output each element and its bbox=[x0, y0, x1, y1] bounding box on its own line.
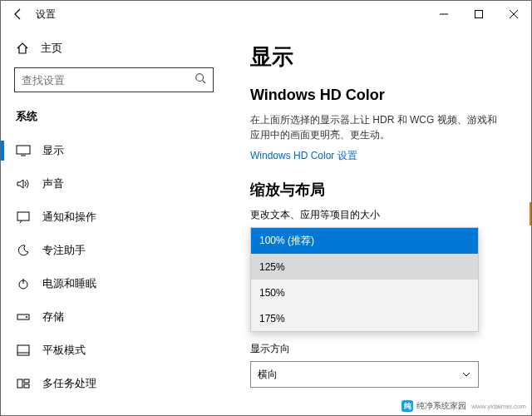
watermark-text: 纯净系统家园 bbox=[416, 400, 466, 412]
notification-icon bbox=[16, 211, 31, 223]
nav-focus-assist[interactable]: 专注助手 bbox=[14, 234, 225, 267]
watermark: 纯 纯净系统家园 www.yidaimei.com bbox=[401, 400, 526, 412]
nav-label: 电源和睡眠 bbox=[42, 276, 96, 291]
storage-icon bbox=[16, 312, 31, 322]
sound-icon bbox=[16, 178, 31, 190]
home-label: 主页 bbox=[41, 41, 62, 56]
hd-color-heading: Windows HD Color bbox=[250, 87, 506, 104]
chevron-down-icon bbox=[461, 369, 471, 379]
svg-point-12 bbox=[26, 316, 27, 318]
scale-layout-heading: 缩放与布局 bbox=[250, 180, 506, 200]
moon-icon bbox=[16, 245, 31, 256]
section-label: 系统 bbox=[14, 106, 225, 134]
nav-label: 存储 bbox=[42, 310, 64, 324]
window-title: 设置 bbox=[36, 7, 56, 22]
page-title: 显示 bbox=[250, 42, 506, 72]
search-input[interactable] bbox=[22, 74, 171, 87]
svg-line-5 bbox=[203, 81, 206, 84]
nav-sound[interactable]: 声音 bbox=[14, 167, 225, 201]
orientation-value: 横向 bbox=[258, 368, 278, 382]
multitask-icon bbox=[16, 379, 31, 389]
minimize-button[interactable] bbox=[426, 1, 461, 27]
nav-multitasking[interactable]: 多任务处理 bbox=[14, 367, 225, 400]
home-icon bbox=[16, 42, 29, 55]
nav-label: 专注助手 bbox=[42, 243, 86, 258]
svg-rect-17 bbox=[24, 384, 29, 388]
search-icon bbox=[195, 72, 206, 87]
nav-notifications[interactable]: 通知和操作 bbox=[14, 201, 225, 234]
hd-color-description: 在上面所选择的显示器上让 HDR 和 WCG 视频、游戏和应用中的画面更明亮、更… bbox=[250, 112, 500, 142]
scale-option-150[interactable]: 150% bbox=[251, 280, 478, 305]
nav-label: 通知和操作 bbox=[42, 210, 96, 225]
hd-color-link[interactable]: Windows HD Color 设置 bbox=[250, 149, 357, 163]
svg-rect-16 bbox=[24, 379, 29, 383]
display-icon bbox=[16, 145, 31, 156]
search-input-container[interactable] bbox=[14, 67, 214, 92]
nav-display[interactable]: 显示 bbox=[14, 134, 225, 167]
sidebar: 主页 系统 显示 声音 通知和操作 bbox=[1, 27, 225, 415]
nav-label: 显示 bbox=[42, 143, 64, 158]
scroll-indicator bbox=[530, 202, 531, 225]
orientation-label: 显示方向 bbox=[250, 342, 506, 356]
orientation-select[interactable]: 横向 bbox=[250, 361, 479, 388]
svg-rect-1 bbox=[475, 11, 483, 18]
nav-label: 平板模式 bbox=[42, 343, 86, 358]
svg-point-4 bbox=[196, 74, 204, 82]
scale-label: 更改文本、应用等项目的大小 bbox=[250, 208, 506, 222]
nav-label: 声音 bbox=[42, 176, 64, 191]
titlebar: 设置 bbox=[1, 1, 531, 27]
nav-tablet-mode[interactable]: 平板模式 bbox=[14, 334, 225, 367]
svg-rect-15 bbox=[17, 379, 22, 388]
close-button[interactable] bbox=[496, 1, 531, 27]
nav-storage[interactable]: 存储 bbox=[14, 300, 225, 334]
svg-rect-6 bbox=[17, 146, 30, 154]
maximize-button[interactable] bbox=[461, 1, 496, 27]
back-button[interactable] bbox=[11, 7, 26, 22]
nav-power-sleep[interactable]: 电源和睡眠 bbox=[14, 267, 225, 300]
scale-option-100[interactable]: 100% (推荐) bbox=[251, 228, 478, 254]
scale-select[interactable]: 100% (推荐) 125% 150% 175% bbox=[250, 227, 479, 334]
scale-option-175[interactable]: 175% bbox=[251, 305, 478, 331]
scale-dropdown-list: 100% (推荐) 125% 150% 175% bbox=[250, 227, 479, 332]
watermark-logo-icon: 纯 bbox=[401, 400, 413, 412]
scale-option-125[interactable]: 125% bbox=[251, 254, 478, 280]
watermark-url: www.yidaimei.com bbox=[471, 403, 526, 410]
nav-label: 多任务处理 bbox=[42, 376, 96, 391]
settings-window: 设置 主页 系统 bbox=[0, 0, 532, 416]
svg-rect-13 bbox=[17, 345, 29, 355]
home-nav[interactable]: 主页 bbox=[14, 36, 225, 67]
power-icon bbox=[16, 278, 31, 290]
tablet-icon bbox=[16, 344, 31, 356]
svg-rect-8 bbox=[17, 212, 29, 220]
content-area: 显示 Windows HD Color 在上面所选择的显示器上让 HDR 和 W… bbox=[225, 27, 531, 415]
